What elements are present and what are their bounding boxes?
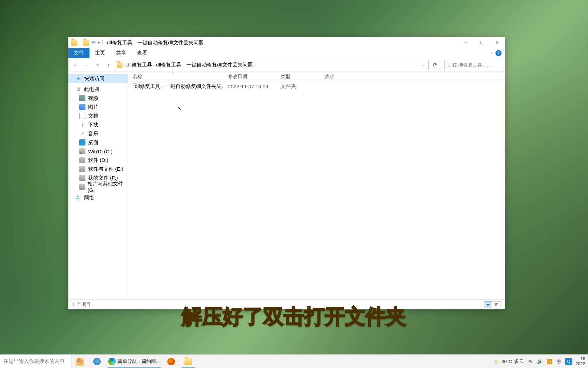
chevron-right-icon[interactable]: › (124, 63, 125, 67)
column-date[interactable]: 修改日期 (223, 74, 276, 80)
icons-view-button[interactable]: ⊞ (493, 301, 501, 308)
system-tray: ⛅ 30°C 多云 ⊕ 🔊 📶 ㊥ Q 16 2022 (494, 356, 588, 366)
video-subtitle: 解压好了双击打开文件夹 (182, 303, 406, 331)
column-size[interactable]: 大小 (320, 74, 347, 80)
chevron-down-icon[interactable]: ▾ (98, 41, 100, 45)
chevron-right-icon[interactable]: › (254, 63, 256, 67)
sidebar-pictures[interactable]: 图片 (68, 103, 128, 111)
titlebar[interactable]: ↶ ▾ dll修复工具，一键自动修复dll文件丢失问题 ─ ☐ ✕ (68, 37, 505, 48)
file-type: 文件夹 (276, 83, 320, 90)
separator (80, 40, 80, 45)
paint-icon (76, 357, 84, 366)
taskbar: 在这里输入你要搜索的内容 简单导航，简约网... ⛅ 30°C 多云 ⊕ 🔊 📶… (0, 354, 588, 368)
star-icon: ★ (75, 75, 81, 81)
taskbar-search[interactable]: 在这里输入你要搜索的内容 (0, 355, 71, 368)
download-icon: ↓ (79, 122, 85, 128)
weather-icon: ⛅ (494, 359, 500, 364)
ribbon-collapse-icon[interactable]: ⌵ (491, 51, 493, 55)
tab-home[interactable]: 主页 (89, 48, 111, 58)
file-list-panel: ˄ 名称 修改日期 类型 大小 dll修复工具，一键自动修复dll文件丢失...… (128, 72, 505, 300)
sidebar-network[interactable]: 🖧网络 (68, 193, 128, 202)
search-placeholder: 在 dll修复工具，... (452, 62, 491, 68)
navigation-pane: ★快速访问 🖥此电脑 视频 图片 文档 ↓下载 ♪音乐 桌面 Win10 (C:… (68, 72, 128, 300)
content-area: ★快速访问 🖥此电脑 视频 图片 文档 ↓下载 ♪音乐 桌面 Win10 (C:… (68, 72, 505, 300)
taskbar-app-explorer[interactable] (180, 355, 197, 368)
weather-widget[interactable]: ⛅ 30°C 多云 (494, 358, 524, 365)
taskbar-app-firefox[interactable] (163, 355, 180, 368)
desktop-icon (79, 139, 85, 145)
file-date: 2022-11-07 16:09 (223, 83, 276, 89)
window-title: dll修复工具，一键自动修复dll文件丢失问题 (107, 40, 204, 46)
taskbar-clock[interactable]: 16 2022 (575, 356, 585, 366)
document-icon (79, 113, 85, 119)
taskbar-app-edge[interactable]: 简单导航，简约网... (105, 355, 163, 368)
column-headers: ˄ 名称 修改日期 类型 大小 (128, 72, 505, 81)
tray-wifi-icon[interactable]: 📶 (546, 358, 552, 365)
separator (102, 40, 103, 45)
maximize-button[interactable]: ☐ (474, 37, 489, 48)
sidebar-downloads[interactable]: ↓下载 (68, 120, 128, 129)
close-button[interactable]: ✕ (489, 37, 505, 48)
taskbar-app-sogou[interactable] (88, 355, 105, 368)
weather-temp: 30°C (502, 359, 512, 364)
sidebar-drive-g[interactable]: 相片与其他文件 (G: (68, 182, 128, 191)
help-icon[interactable]: ? (495, 50, 502, 56)
item-count: 1 个项目 (72, 302, 91, 308)
up-button[interactable]: ↑ (104, 60, 113, 70)
column-name[interactable]: 名称 (128, 74, 223, 80)
address-dropdown-icon[interactable]: ⌵ (420, 63, 426, 67)
tray-ime-icon[interactable]: ㊥ (556, 358, 562, 365)
tray-shield-icon[interactable]: ⊕ (527, 358, 533, 365)
taskbar-app-paint[interactable] (71, 355, 88, 368)
history-dropdown[interactable]: ▾ (93, 60, 102, 70)
tray-app-icon[interactable]: Q (565, 358, 572, 365)
back-button[interactable]: ← (71, 60, 81, 70)
sidebar-desktop[interactable]: 桌面 (68, 138, 128, 147)
file-name: dll修复工具，一键自动修复dll文件丢失... (135, 83, 223, 90)
sidebar-music[interactable]: ♪音乐 (68, 129, 128, 138)
firefox-icon (167, 358, 175, 365)
video-icon (79, 95, 85, 101)
sidebar-videos[interactable]: 视频 (68, 94, 128, 103)
drive-icon (79, 175, 85, 181)
forward-button[interactable]: → (82, 60, 92, 70)
sidebar-quick-access[interactable]: ★快速访问 (68, 74, 128, 83)
explorer-window: ↶ ▾ dll修复工具，一键自动修复dll文件丢失问题 ─ ☐ ✕ 文件 主页 … (68, 37, 505, 309)
column-type[interactable]: 类型 (276, 74, 320, 80)
file-rows: dll修复工具，一键自动修复dll文件丢失... 2022-11-07 16:0… (128, 81, 505, 300)
sogou-icon (93, 358, 101, 365)
search-input[interactable]: ⌕ 在 dll修复工具，... (444, 60, 502, 70)
music-icon: ♪ (79, 131, 85, 137)
folder-icon[interactable] (83, 40, 89, 46)
tab-share[interactable]: 共享 (111, 48, 132, 58)
sidebar-drive-c[interactable]: Win10 (C:) (68, 147, 128, 156)
details-view-button[interactable]: ☰ (484, 301, 492, 308)
window-controls: ─ ☐ ✕ (458, 37, 505, 48)
folder-icon (184, 358, 192, 365)
breadcrumb-segment[interactable]: dll修复工具，一键自动修复dll文件丢失问题 (156, 62, 253, 68)
undo-icon[interactable]: ↶ (91, 40, 97, 46)
quick-access-toolbar: ↶ ▾ (71, 40, 104, 46)
tab-view[interactable]: 查看 (132, 48, 153, 58)
tab-file[interactable]: 文件 (68, 48, 89, 58)
chevron-right-icon[interactable]: › (153, 63, 155, 67)
folder-icon (117, 62, 122, 68)
sidebar-this-pc[interactable]: 🖥此电脑 (68, 85, 128, 94)
refresh-button[interactable]: ⟳ (430, 60, 440, 70)
drive-icon (79, 148, 85, 154)
sidebar-drive-e[interactable]: 软件与文件 (E:) (68, 165, 128, 173)
file-row[interactable]: dll修复工具，一键自动修复dll文件丢失... 2022-11-07 16:0… (128, 81, 505, 91)
tray-volume-icon[interactable]: 🔊 (537, 358, 543, 365)
sidebar-drive-d[interactable]: 软件 (D:) (68, 156, 128, 165)
minimize-button[interactable]: ─ (458, 37, 474, 48)
edge-icon (108, 358, 116, 365)
search-icon: ⌕ (447, 62, 450, 68)
drive-icon (79, 166, 85, 172)
drive-icon (79, 184, 85, 190)
sidebar-documents[interactable]: 文档 (68, 111, 128, 120)
ribbon-tabs: 文件 主页 共享 查看 ⌵ ? (68, 48, 505, 58)
breadcrumb-segment[interactable]: dll修复工具 (127, 62, 152, 68)
weather-desc: 多云 (514, 358, 524, 365)
address-bar[interactable]: › dll修复工具 › dll修复工具，一键自动修复dll文件丢失问题 › ⌵ (115, 60, 429, 70)
sort-indicator-icon: ˄ (172, 72, 174, 75)
